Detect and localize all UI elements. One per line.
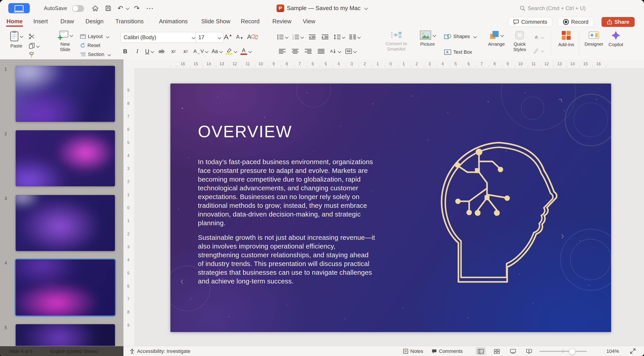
tab-home[interactable]: Home	[6, 16, 22, 26]
strikethrough-button[interactable]: ab	[156, 46, 166, 56]
font-name-select[interactable]: Calibri (Body)	[121, 32, 198, 43]
numbering-button[interactable]: 123	[292, 32, 304, 42]
language-indicator: English (United States)	[50, 346, 98, 356]
decrease-indent-button[interactable]	[307, 32, 317, 42]
section-button[interactable]: Section	[79, 50, 112, 58]
circuit-head-graphic[interactable]	[433, 139, 558, 287]
ruler-number: 3	[124, 166, 133, 171]
tab-review[interactable]: Review	[272, 16, 291, 26]
zoom-percentage[interactable]: 104%	[606, 346, 619, 356]
thumbnail-preview	[16, 195, 115, 251]
slide-sorter-view-button[interactable]	[492, 347, 502, 355]
highlight-color-button[interactable]	[225, 46, 238, 56]
app-presenter-button[interactable]	[8, 3, 30, 13]
autosave-label: AutoSave	[44, 0, 67, 16]
comments-button[interactable]: Comments	[508, 17, 552, 27]
justify-button[interactable]	[316, 46, 326, 56]
cut-button[interactable]	[28, 33, 35, 40]
horizontal-ruler[interactable]: 1615141312111098765432101234567891011121…	[124, 59, 644, 69]
align-text-button[interactable]	[344, 46, 357, 56]
text-box-button[interactable]: A Text Box	[443, 48, 474, 56]
add-ins-button[interactable]: Add-ins	[556, 30, 576, 48]
svg-text:A: A	[330, 49, 333, 54]
decrease-font-size-button[interactable]: A▼	[235, 32, 245, 42]
arrange-button[interactable]: Arrange	[486, 30, 507, 47]
tab-slide-show[interactable]: Slide Show	[201, 16, 230, 26]
home-icon[interactable]	[90, 0, 100, 16]
fit-slide-to-window-button[interactable]	[628, 347, 638, 355]
normal-view-button[interactable]	[476, 347, 486, 355]
slide-thumbnail-1[interactable]	[16, 66, 115, 122]
tab-insert[interactable]: Insert	[33, 16, 48, 26]
change-case-button[interactable]: Aa	[211, 46, 223, 56]
reading-view-button[interactable]	[508, 347, 518, 355]
svg-text:3: 3	[292, 38, 294, 40]
format-painter-button[interactable]	[28, 52, 34, 58]
slide-thumbnail-5[interactable]	[16, 324, 115, 346]
zoom-slider-thumb[interactable]	[569, 348, 576, 355]
undo-menu-chevron[interactable]	[125, 0, 130, 16]
quick-styles-button[interactable]: Quick Styles	[509, 30, 530, 52]
redo-icon[interactable]: ↷	[132, 0, 141, 16]
increase-indent-button[interactable]	[320, 32, 330, 42]
undo-icon[interactable]: ↶	[116, 0, 125, 16]
text-direction-button[interactable]: A	[329, 46, 342, 56]
document-title-group[interactable]: P Sample — Saved to my Mac	[276, 0, 368, 16]
font-size-select[interactable]: 17	[196, 32, 224, 43]
shape-outline-button[interactable]	[533, 48, 544, 54]
more-commands-icon[interactable]: ⋯	[145, 0, 155, 16]
underline-button[interactable]: U	[144, 46, 154, 56]
columns-button[interactable]	[348, 32, 361, 42]
slide-thumbnail-2[interactable]	[16, 130, 115, 186]
new-slide-button[interactable]: New Slide	[53, 30, 77, 52]
slide-thumbnail-3[interactable]	[16, 195, 115, 251]
increase-font-size-button[interactable]: A▲	[223, 32, 233, 42]
slideshow-view-button[interactable]	[524, 347, 534, 355]
tab-record[interactable]: Record	[241, 16, 260, 26]
accessibility-status[interactable]: Accessibility: Investigate	[128, 346, 192, 356]
toggle-knob	[72, 6, 78, 12]
convert-to-smartart-button[interactable]: Convert to SmartArt	[377, 30, 416, 52]
italic-button[interactable]: I	[132, 46, 142, 56]
clear-formatting-button[interactable]: A⌫	[246, 32, 259, 42]
vertical-ruler[interactable]: 9876543210123456789	[124, 68, 134, 346]
copilot-button[interactable]: Copilot	[606, 30, 626, 48]
shape-fill-button[interactable]	[533, 34, 544, 40]
character-spacing-button[interactable]: A↔V	[193, 46, 209, 56]
superscript-button[interactable]: x2	[168, 46, 178, 56]
comments-toggle[interactable]: Comments	[430, 346, 464, 356]
reset-button[interactable]: Reset	[79, 41, 102, 50]
layout-button[interactable]: Layout	[79, 33, 110, 41]
tab-design[interactable]: Design	[86, 16, 104, 26]
align-center-button[interactable]	[290, 46, 300, 56]
line-spacing-button[interactable]	[333, 32, 346, 42]
align-left-button[interactable]	[277, 46, 287, 56]
tab-draw[interactable]: Draw	[60, 16, 74, 26]
save-icon[interactable]	[103, 0, 113, 16]
slide-body-text[interactable]: In today’s fast-paced business environme…	[198, 157, 376, 291]
share-button[interactable]: Share	[602, 17, 634, 27]
align-right-button[interactable]	[303, 46, 313, 56]
autosave-toggle[interactable]	[72, 5, 84, 12]
slide-canvas[interactable]: › › ‹ OVERVIEW In today’s fast-paced bus…	[170, 84, 611, 332]
bullets-button[interactable]	[276, 32, 289, 42]
notes-toggle[interactable]: Notes	[402, 346, 424, 356]
tab-animations[interactable]: Animations	[159, 16, 188, 26]
copy-button[interactable]	[28, 43, 39, 49]
bullets-menu-chevron	[285, 35, 289, 39]
bold-button[interactable]: B	[120, 46, 130, 56]
tab-view[interactable]: View	[303, 16, 315, 26]
slide-thumbnail-4[interactable]	[16, 260, 115, 315]
search-box[interactable]: Search (Cmd + Ctrl + U)	[518, 0, 587, 16]
subscript-button[interactable]: x2	[181, 46, 190, 56]
zoom-slider-track[interactable]	[539, 351, 587, 352]
ribbon: Paste New Slide Layout Reset	[0, 27, 644, 60]
record-button[interactable]: Record	[558, 17, 594, 27]
paste-button[interactable]: Paste	[7, 30, 26, 49]
tab-transitions[interactable]: Transitions	[116, 16, 144, 26]
slide-title[interactable]: OVERVIEW	[198, 122, 292, 141]
designer-button[interactable]: Designer	[583, 30, 605, 47]
shapes-button[interactable]: Shapes	[443, 33, 478, 41]
font-color-button[interactable]: A	[240, 46, 252, 56]
picture-button[interactable]: Picture	[416, 30, 439, 47]
